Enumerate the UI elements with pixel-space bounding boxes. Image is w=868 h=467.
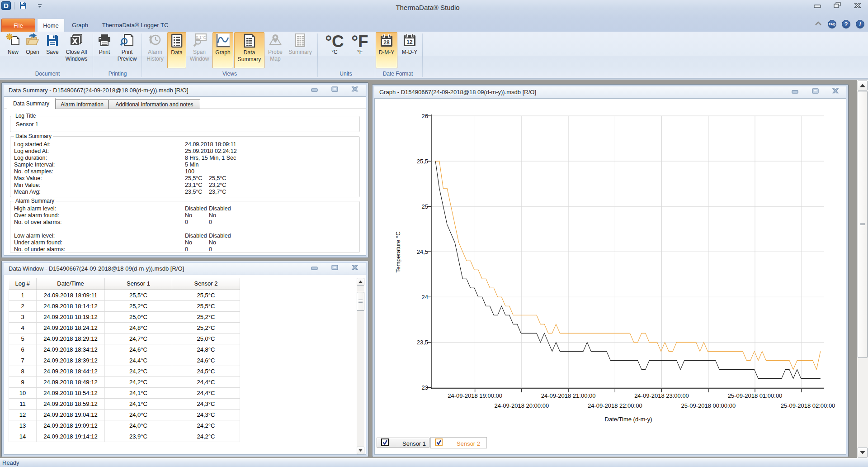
- svg-text:28: 28: [383, 39, 390, 46]
- svg-text:25-09-2018 00:00:00: 25-09-2018 00:00:00: [681, 402, 736, 409]
- svg-text:23,5: 23,5: [417, 339, 428, 346]
- svg-text:°F: °F: [351, 33, 368, 49]
- svg-text:Temperature °C: Temperature °C: [395, 231, 401, 272]
- svg-text:26: 26: [422, 113, 428, 119]
- svg-text:24-09-2018 20:00:00: 24-09-2018 20:00:00: [494, 402, 549, 409]
- svg-text:24,5: 24,5: [417, 248, 428, 255]
- svg-text:12: 12: [406, 39, 413, 45]
- svg-text:Date/Time (d-m-y): Date/Time (d-m-y): [605, 416, 652, 423]
- svg-text:25: 25: [422, 203, 428, 210]
- svg-text:24-09-2018 23:00:00: 24-09-2018 23:00:00: [634, 392, 689, 399]
- svg-text:24-09-2018 21:00:00: 24-09-2018 21:00:00: [541, 392, 596, 399]
- svg-text:23: 23: [422, 384, 428, 391]
- svg-text:25,5: 25,5: [417, 158, 428, 165]
- svg-text:24-09-2018 19:00:00: 24-09-2018 19:00:00: [448, 392, 502, 399]
- svg-text:25-09-2018 01:00:00: 25-09-2018 01:00:00: [728, 392, 783, 399]
- svg-text:25-09-2018 02:00:00: 25-09-2018 02:00:00: [781, 402, 835, 409]
- svg-text:24-09-2018 22:00:00: 24-09-2018 22:00:00: [588, 402, 642, 409]
- svg-text:24: 24: [422, 294, 428, 300]
- svg-text:°C: °C: [325, 33, 344, 49]
